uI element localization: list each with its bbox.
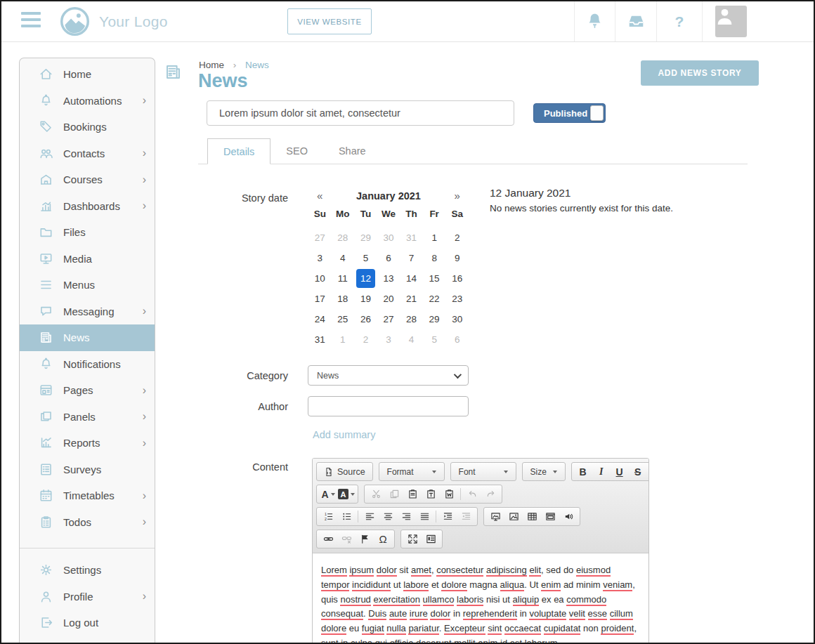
unlink-button[interactable] <box>337 531 356 547</box>
special-character-button[interactable]: Ω <box>374 531 392 547</box>
published-toggle[interactable]: Published <box>533 103 606 123</box>
calendar-day[interactable]: 20 <box>377 289 400 309</box>
calendar-day[interactable]: 31 <box>400 228 423 248</box>
align-right-button[interactable] <box>397 508 415 525</box>
sidebar-item-panels[interactable]: Panels› <box>20 404 155 431</box>
sidebar-item-settings[interactable]: Settings <box>20 557 155 584</box>
calendar-day[interactable]: 15 <box>423 268 446 289</box>
calendar-day[interactable]: 2 <box>354 329 377 350</box>
italic-button[interactable]: I <box>592 464 611 480</box>
audio-button[interactable] <box>559 508 578 525</box>
add-news-story-button[interactable]: ADD NEWS STORY <box>641 60 759 86</box>
calendar-day[interactable]: 16 <box>445 268 469 289</box>
calendar-day[interactable]: 29 <box>354 228 377 248</box>
user-menu[interactable] <box>702 1 759 41</box>
calendar-day[interactable]: 5 <box>354 248 377 268</box>
image-button[interactable] <box>504 508 523 525</box>
sidebar-item-menus[interactable]: Menus <box>20 272 155 298</box>
copy-button[interactable] <box>385 486 403 502</box>
sidebar-item-news[interactable]: News <box>20 324 155 351</box>
sidebar-item-notifications[interactable]: Notifications <box>20 351 155 378</box>
calendar-day[interactable]: 13 <box>377 268 400 289</box>
calendar-next-button[interactable]: » <box>445 190 469 202</box>
show-blocks-button[interactable] <box>422 531 440 547</box>
inbox-button[interactable] <box>615 1 656 41</box>
tab-seo[interactable]: SEO <box>270 138 323 164</box>
calendar-day[interactable]: 14 <box>400 268 423 289</box>
calendar-day[interactable]: 4 <box>332 248 355 268</box>
calendar-day[interactable]: 27 <box>377 309 400 329</box>
sidebar-item-reports[interactable]: Reports› <box>20 430 155 456</box>
notifications-bell-button[interactable] <box>574 1 615 41</box>
table-button[interactable] <box>523 508 541 525</box>
sidebar-item-dashboards[interactable]: Dashboards› <box>20 193 155 220</box>
calendar-day[interactable]: 24 <box>308 309 332 329</box>
underline-button[interactable]: U <box>611 464 629 480</box>
calendar-day[interactable]: 29 <box>423 309 446 329</box>
text-color-button[interactable]: A <box>319 486 337 502</box>
editor-content[interactable]: Lorem ipsum dolor sit amet, consectetur … <box>313 553 648 644</box>
align-left-button[interactable] <box>360 508 379 525</box>
sidebar-item-surveys[interactable]: Surveys <box>20 456 155 483</box>
view-website-button[interactable]: VIEW WEBSITE <box>287 8 372 34</box>
sidebar-item-todos[interactable]: Todos› <box>20 509 155 536</box>
bulleted-list-button[interactable] <box>337 508 356 525</box>
calendar-day[interactable]: 30 <box>445 309 469 329</box>
sidebar-item-courses[interactable]: Courses› <box>20 166 155 193</box>
maximize-button[interactable] <box>403 531 422 547</box>
sidebar-item-automations[interactable]: Automations› <box>20 88 155 114</box>
outdent-button[interactable] <box>457 508 475 525</box>
undo-button[interactable] <box>463 486 481 502</box>
paste-from-word-button[interactable] <box>440 486 458 502</box>
help-button[interactable]: ? <box>656 1 702 41</box>
format-dropdown[interactable]: Format <box>382 464 442 480</box>
cut-button[interactable] <box>367 486 385 502</box>
add-summary-link[interactable]: Add summary <box>313 429 375 440</box>
iframe-button[interactable] <box>541 508 559 525</box>
calendar-day[interactable]: 26 <box>354 309 377 329</box>
tab-share[interactable]: Share <box>323 138 382 164</box>
numbered-list-button[interactable]: 12 <box>319 508 337 525</box>
calendar-day[interactable]: 18 <box>332 289 355 309</box>
bold-button[interactable]: B <box>574 464 592 480</box>
sidebar-item-profile[interactable]: Profile› <box>20 584 155 610</box>
calendar-day[interactable]: 4 <box>400 329 423 350</box>
category-select[interactable]: News <box>308 365 469 386</box>
background-color-button[interactable]: A <box>337 486 356 502</box>
calendar-day[interactable]: 3 <box>308 248 332 268</box>
calendar-prev-button[interactable]: « <box>308 190 332 202</box>
calendar-day[interactable]: 21 <box>400 289 423 309</box>
sidebar-item-media[interactable]: Media <box>20 246 155 272</box>
calendar-day[interactable]: 6 <box>377 248 400 268</box>
sidebar-item-log-out[interactable]: Log out <box>20 610 155 636</box>
sidebar-item-bookings[interactable]: Bookings <box>20 114 155 140</box>
calendar-day[interactable]: 10 <box>308 268 332 289</box>
calendar-day[interactable]: 27 <box>308 228 332 248</box>
paste-button[interactable] <box>403 486 422 502</box>
align-justify-button[interactable] <box>415 508 433 525</box>
calendar-day[interactable]: 9 <box>445 248 469 268</box>
strikethrough-button[interactable]: S <box>629 464 647 480</box>
author-input[interactable] <box>308 396 469 416</box>
font-dropdown[interactable]: Font <box>453 464 514 480</box>
redo-button[interactable] <box>481 486 500 502</box>
sidebar-item-messaging[interactable]: Messaging› <box>20 298 155 325</box>
size-dropdown[interactable]: Size <box>525 464 563 480</box>
calendar-day[interactable]: 1 <box>332 329 355 350</box>
calendar-day[interactable]: 17 <box>308 289 332 309</box>
calendar-day[interactable]: 23 <box>445 289 469 309</box>
link-button[interactable] <box>319 531 337 547</box>
tab-details[interactable]: Details <box>207 138 270 164</box>
align-center-button[interactable] <box>379 508 397 525</box>
calendar-day-selected[interactable]: 12 <box>354 268 377 289</box>
calendar-day[interactable]: 8 <box>423 248 446 268</box>
anchor-button[interactable] <box>356 531 374 547</box>
sidebar-item-timetables[interactable]: Timetables› <box>20 482 155 509</box>
calendar-day[interactable]: 2 <box>445 228 469 248</box>
calendar-day[interactable]: 28 <box>400 309 423 329</box>
calendar-day[interactable]: 30 <box>377 228 400 248</box>
sidebar-item-pages[interactable]: Pages› <box>20 377 155 404</box>
sidebar-item-contacts[interactable]: Contacts› <box>20 140 155 167</box>
calendar-day[interactable]: 22 <box>423 289 446 309</box>
calendar-day[interactable]: 31 <box>308 329 332 350</box>
